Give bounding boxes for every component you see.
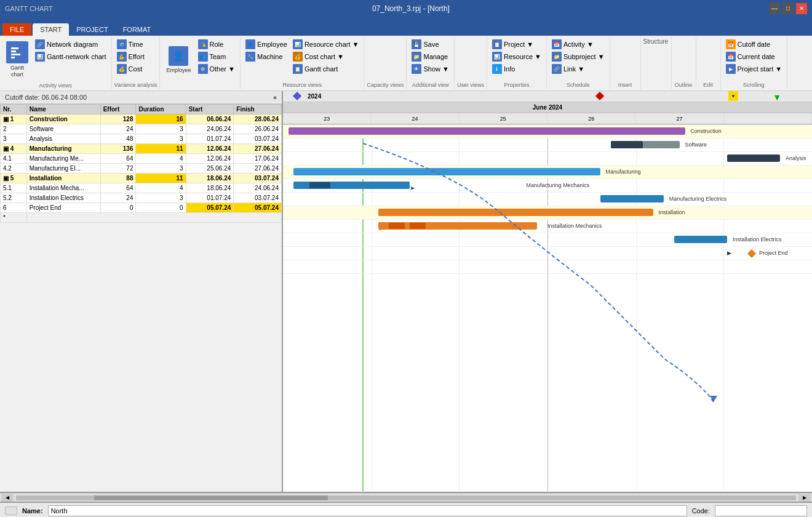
task-row-2[interactable]: 2 Software 24 3 24.06.24 26.06.24 [1, 124, 282, 134]
cost-icon: 💰 [117, 64, 127, 74]
other-button[interactable]: ⚙ Other ▼ [196, 63, 237, 75]
show-button[interactable]: 👁 Show ▼ [409, 63, 451, 75]
subproject-button[interactable]: 📁 Subproject ▼ [549, 50, 607, 63]
start-cell: 01.07.24 [186, 134, 234, 144]
project-name-bar: Name: Code: [0, 503, 812, 517]
gantt-icon-svg [10, 45, 25, 60]
duration-cell: 3 [136, 134, 186, 144]
employee-large-label: Employee [166, 67, 191, 74]
team-button[interactable]: 👥 Team [196, 50, 229, 63]
scroll-left-btn[interactable]: ◀ [1, 494, 14, 502]
project-name-input[interactable] [48, 505, 687, 516]
task-table-head: Nr. Name Effort Duration Start Finish [1, 105, 282, 114]
project-start-button[interactable]: ▶ Project start ▼ [723, 63, 785, 75]
cost-button[interactable]: 💰 Cost [114, 63, 145, 75]
save-view-button[interactable]: 💾 Save [409, 38, 441, 50]
gantt-day-row: 23 24 25 26 27 [283, 113, 812, 124]
star-cell: * [1, 213, 27, 223]
cost-label: Cost [129, 65, 143, 73]
task-row-4-2[interactable]: 4.2 Manufacturing El... 72 3 25.06.24 27… [1, 164, 282, 174]
cutoff-diamond [294, 93, 300, 99]
manage-button[interactable]: 📁 Manage [409, 50, 450, 63]
tab-format[interactable]: FORMAT [116, 23, 159, 36]
task-table-scroll[interactable]: Nr. Name Effort Duration Start Finish ▣ … [0, 104, 282, 492]
window-controls[interactable]: — □ ✕ [769, 3, 807, 14]
col-effort: Effort [100, 105, 136, 114]
edit-group: Edit [696, 37, 721, 89]
network-diagram-button[interactable]: 🔗 Network diagram [33, 38, 100, 50]
task-row-5-1[interactable]: 5.1 Installation Mecha... 64 4 18.06.24 … [1, 183, 282, 193]
info-icon: ℹ [492, 64, 502, 74]
cost-chart-button[interactable]: 💰 Cost chart ▼ [290, 50, 346, 63]
time-button[interactable]: ⏱ Time [114, 38, 146, 50]
scrollbar-thumb[interactable] [94, 495, 328, 500]
id-cell: 6 [1, 203, 27, 213]
current-date-icon: 📅 [726, 52, 736, 62]
role-icon: 🎭 [198, 39, 208, 49]
task-row-5[interactable]: ▣ 5 Installation 88 11 18.06.24 03.07.24 [1, 174, 282, 183]
minimize-button[interactable]: — [769, 3, 780, 14]
task-row-4-1[interactable]: 4.1 Manufacturing Me... 64 4 12.06.24 17… [1, 154, 282, 164]
outline-group: Outline [672, 37, 696, 89]
info-button[interactable]: ℹ Info [490, 63, 517, 75]
task-row-1[interactable]: ▣ 1 Construction 128 16 06.06.24 28.06.2… [1, 114, 282, 124]
cost-chart-label: Cost chart ▼ [304, 53, 344, 60]
resource-chart-button[interactable]: 📊 Resource chart ▼ [290, 38, 362, 50]
col-finish: Finish [234, 105, 282, 114]
project-property-button[interactable]: 📋 Project ▼ [490, 38, 536, 50]
close-button[interactable]: ✕ [796, 3, 807, 14]
task-row-4[interactable]: ▣ 4 Manufacturing 136 11 12.06.24 27.06.… [1, 144, 282, 154]
name-label: Name: [22, 507, 43, 515]
gantt-row-4: Manufacturing [283, 166, 812, 179]
employee-res-icon: 👤 [245, 39, 255, 49]
ribbon-label: GANTT CHART [5, 5, 53, 12]
scrolling-col: 📅 Cutoff date 📅 Current date ▶ Project s… [723, 38, 785, 75]
finish-cell: 26.06.24 [234, 124, 282, 134]
task-row-6[interactable]: 6 Project End 0 0 05.07.24 05.07.24 [1, 203, 282, 213]
task-row-3[interactable]: 3 Analysis 48 3 01.07.24 03.07.24 [1, 134, 282, 144]
label-installation: Installation [659, 209, 685, 215]
gantt-header: 2024 ▼ ▼ June 2024 23 24 [283, 91, 812, 125]
start-cell: 01.07.24 [186, 193, 234, 203]
window-title: 07_North_3.rpj - [North] [53, 4, 769, 13]
cutoff-date-label: Cutoff date: 06.06.24 08:00 [5, 94, 87, 101]
employee-items: 👤 Employee 🎭 Role 👥 Team ⚙ Other ▼ [162, 38, 237, 87]
finish-cell: 17.06.24 [234, 154, 282, 164]
activity-schedule-button[interactable]: 📅 Activity ▼ [549, 38, 596, 50]
tab-file[interactable]: FILE [2, 23, 31, 36]
maximize-button[interactable]: □ [782, 3, 794, 14]
employee-large-button[interactable]: 👤 Employee [162, 38, 194, 81]
name-cell: Manufacturing Me... [26, 154, 100, 164]
task-list-panel: Cutoff date: 06.06.24 08:00 « Nr. Name E… [0, 91, 283, 492]
bar-manufacturing [293, 168, 600, 175]
manage-label: Manage [423, 53, 448, 60]
gantt-chart-button[interactable]: Ganttchart [2, 38, 32, 81]
tab-start[interactable]: START [33, 23, 69, 36]
scroll-right-btn[interactable]: ▶ [798, 494, 811, 502]
label-manufacturing: Manufacturing [606, 169, 641, 175]
bar-inst-elec [674, 236, 727, 243]
machine-button[interactable]: 🔧 Machine [243, 50, 285, 63]
link-button[interactable]: 🔗 Link ▼ [549, 63, 587, 75]
code-input[interactable] [715, 505, 807, 516]
gantt-chart-panel: 2024 ▼ ▼ June 2024 23 24 [283, 91, 812, 492]
current-date-button[interactable]: 📅 Current date [723, 50, 778, 63]
gantt-network-button[interactable]: 📊 Gantt-network chart [33, 50, 109, 63]
horizontal-scrollbar[interactable]: ◀ ▶ [0, 493, 812, 502]
gantt-row-1: Construction [283, 125, 812, 138]
gantt-row-41: Manufacturing Mechanics ➤ [283, 179, 812, 193]
effort-button[interactable]: 💪 Effort [114, 50, 147, 63]
collapse-button[interactable]: « [273, 94, 277, 101]
employee-resource-button[interactable]: 👤 Employee [243, 38, 290, 50]
scrollbar-track[interactable] [16, 495, 796, 500]
task-row-5-2[interactable]: 5.2 Installation Electrics 24 3 01.07.24… [1, 193, 282, 203]
effort-cell: 48 [100, 134, 136, 144]
tab-project[interactable]: PROJECT [69, 23, 115, 36]
cutoff-date-scroll-button[interactable]: 📅 Cutoff date [723, 38, 773, 50]
variance-col: ⏱ Time 💪 Effort 💰 Cost [114, 38, 147, 75]
gantt-chart-small-button[interactable]: 📋 Gantt chart [290, 63, 340, 75]
role-button[interactable]: 🎭 Role [196, 38, 226, 50]
code-label: Code: [692, 507, 710, 515]
star-row: * [1, 213, 282, 223]
resource-property-button[interactable]: 📊 Resource ▼ [490, 50, 544, 63]
